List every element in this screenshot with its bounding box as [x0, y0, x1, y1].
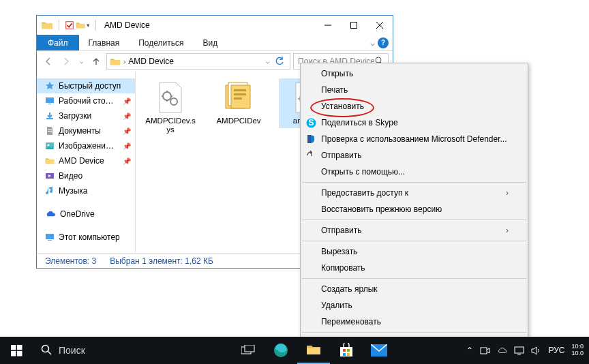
- svg-rect-44: [245, 345, 254, 352]
- recent-locations-button[interactable]: ⌵: [76, 54, 86, 69]
- edge-icon: [273, 342, 289, 359]
- address-folder-icon: [110, 57, 121, 66]
- sidebar-item-documents[interactable]: Документы📌: [37, 123, 135, 138]
- ribbon-expand-icon[interactable]: ⌵: [370, 38, 375, 48]
- taskbar-clock[interactable]: 10:0 10.0: [571, 344, 584, 357]
- ctx-give-access[interactable]: Предоставить доступ к›: [301, 185, 528, 201]
- taskbar-store[interactable]: [330, 337, 363, 364]
- svg-rect-15: [48, 240, 52, 241]
- taskbar-explorer[interactable]: [297, 337, 330, 364]
- ctx-print[interactable]: Печать: [301, 82, 528, 98]
- chevron-right-icon[interactable]: ›: [123, 58, 125, 65]
- svg-rect-14: [46, 234, 54, 239]
- svg-rect-23: [234, 93, 246, 95]
- ctx-restore[interactable]: Восстановить прежнюю версию: [301, 201, 528, 217]
- titlebar-overflow-icon[interactable]: ▾: [87, 22, 90, 29]
- search-icon: [41, 344, 52, 357]
- ctx-rename[interactable]: Переименовать: [301, 314, 528, 330]
- search-placeholder: Поиск: [59, 345, 85, 356]
- start-button[interactable]: [0, 337, 33, 364]
- ctx-open[interactable]: Открыть: [301, 65, 528, 82]
- back-button[interactable]: [41, 54, 56, 69]
- svg-rect-7: [46, 97, 54, 103]
- onedrive-tray-icon[interactable]: [497, 346, 507, 356]
- status-selection: Выбран 1 элемент: 1,62 КБ: [110, 256, 213, 266]
- network-icon[interactable]: [514, 346, 524, 356]
- address-bar[interactable]: › AMD Device ⌵: [106, 53, 290, 70]
- close-button[interactable]: [367, 16, 393, 35]
- meet-now-icon[interactable]: [480, 346, 490, 356]
- address-path[interactable]: AMD Device: [128, 57, 174, 66]
- task-view-button[interactable]: [232, 337, 265, 364]
- sysfile-icon: [154, 81, 187, 114]
- ctx-copy[interactable]: Копировать: [301, 260, 528, 276]
- ctx-skype[interactable]: SПоделиться в Skype: [301, 115, 528, 131]
- file-item-cat[interactable]: AMDPCIDev: [211, 78, 267, 128]
- tab-share[interactable]: Поделиться: [129, 35, 193, 50]
- sidebar-item-downloads[interactable]: Загрузки📌: [37, 108, 135, 123]
- tab-file[interactable]: Файл: [37, 35, 79, 50]
- address-dropdown-icon[interactable]: ⌵: [266, 58, 269, 65]
- store-icon: [339, 343, 354, 358]
- pin-icon: 📌: [123, 157, 131, 165]
- sidebar-item-desktop[interactable]: Рабочий сто…📌: [37, 93, 135, 108]
- ctx-install[interactable]: Установить: [301, 98, 528, 115]
- ctx-send-to[interactable]: Отправить›: [301, 222, 528, 239]
- refresh-button[interactable]: [272, 57, 287, 66]
- sidebar-item-music[interactable]: Музыка: [37, 183, 135, 198]
- svg-rect-49: [343, 353, 346, 356]
- download-icon: [45, 111, 55, 121]
- taskbar-edge[interactable]: [265, 337, 297, 364]
- sidebar-item-thispc[interactable]: Этот компьютер: [37, 230, 135, 245]
- ribbon: Файл Главная Поделиться Вид ⌵ ?: [37, 35, 393, 51]
- up-button[interactable]: [89, 54, 104, 69]
- svg-rect-40: [17, 351, 22, 357]
- tab-view[interactable]: Вид: [193, 35, 227, 50]
- svg-rect-0: [66, 22, 74, 29]
- computer-icon: [45, 232, 55, 242]
- help-icon[interactable]: ?: [378, 37, 389, 48]
- quickaccess-checkmark-icon[interactable]: [65, 20, 74, 30]
- ctx-open-with[interactable]: Открыть с помощью...: [301, 164, 528, 180]
- forward-button[interactable]: [59, 54, 74, 69]
- svg-rect-52: [481, 348, 487, 354]
- svg-rect-2: [351, 22, 357, 29]
- mail-icon: [371, 344, 387, 357]
- file-item-sys[interactable]: AMDPCIDev.sys: [142, 78, 198, 137]
- ctx-send-share[interactable]: Отправить: [301, 147, 528, 164]
- sidebar-item-pictures[interactable]: Изображени…📌: [37, 138, 135, 153]
- ctx-delete[interactable]: Удалить: [301, 297, 528, 314]
- pictures-icon: [45, 141, 55, 151]
- catalog-icon: [222, 81, 255, 114]
- chevron-right-icon: ›: [506, 188, 509, 198]
- maximize-button[interactable]: [341, 16, 367, 35]
- taskbar-mail[interactable]: [363, 337, 395, 364]
- skype-icon: S: [305, 118, 317, 128]
- sidebar-item-video[interactable]: Видео: [37, 168, 135, 183]
- video-icon: [45, 171, 55, 181]
- svg-text:S: S: [308, 118, 314, 127]
- folder-small-icon[interactable]: [76, 21, 85, 29]
- language-indicator[interactable]: РУС: [548, 346, 564, 355]
- svg-point-41: [42, 345, 49, 352]
- ctx-shortcut[interactable]: Создать ярлык: [301, 281, 528, 297]
- svg-rect-38: [17, 345, 22, 350]
- svg-rect-39: [11, 351, 16, 357]
- svg-rect-9: [48, 130, 52, 130]
- file-label: AMDPCIDev.sys: [145, 117, 196, 134]
- sidebar-item-onedrive[interactable]: OneDrive: [37, 207, 135, 222]
- volume-icon[interactable]: [531, 346, 541, 356]
- svg-rect-24: [234, 97, 242, 100]
- sidebar-item-amd[interactable]: AMD Device📌: [37, 153, 135, 168]
- titlebar: ▾ AMD Device: [37, 16, 393, 35]
- folder-icon: [45, 157, 55, 165]
- taskbar-search[interactable]: Поиск: [33, 337, 232, 364]
- tab-home[interactable]: Главная: [79, 35, 130, 50]
- ctx-defender[interactable]: Проверка с использованием Microsoft Defe…: [301, 131, 528, 147]
- minimize-button[interactable]: [315, 16, 341, 35]
- sidebar-item-quickaccess[interactable]: Быстрый доступ: [37, 78, 135, 93]
- svg-rect-53: [515, 347, 524, 353]
- tray-overflow-button[interactable]: ⌃: [466, 346, 473, 355]
- music-icon: [45, 186, 55, 196]
- ctx-cut[interactable]: Вырезать: [301, 243, 528, 260]
